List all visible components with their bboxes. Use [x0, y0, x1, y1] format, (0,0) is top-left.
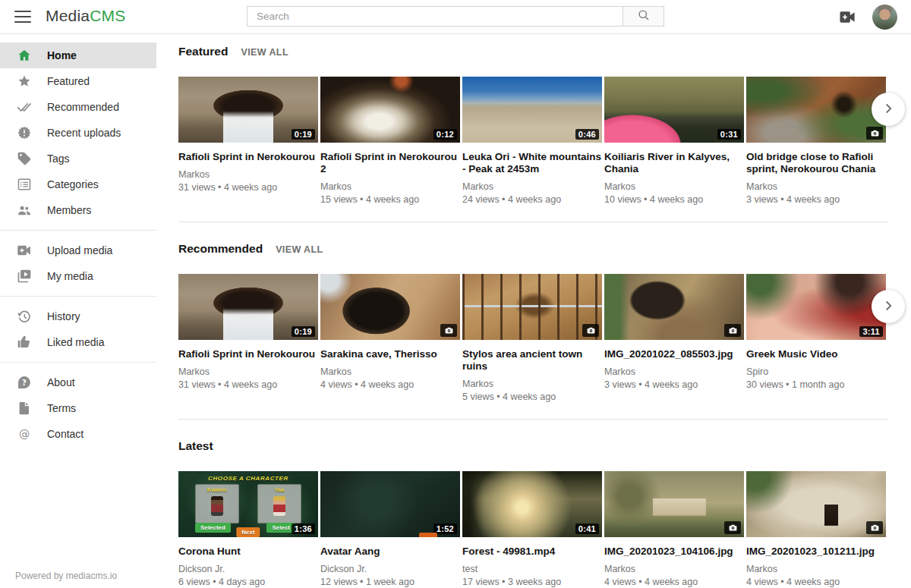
media-thumbnail[interactable]: 0:41 [462, 471, 602, 537]
media-card[interactable]: IMG_20201023_101211.jpgMarkos4 views • 4… [746, 471, 886, 587]
media-title[interactable]: Leuka Ori - White mountains - Peak at 24… [462, 151, 602, 175]
media-card[interactable]: 0:46Leuka Ori - White mountains - Peak a… [462, 77, 602, 205]
media-title[interactable]: Koiliaris River in Kalyves, Chania [604, 151, 744, 175]
media-author[interactable]: Markos [746, 564, 886, 574]
media-title[interactable]: Rafioli Sprint in Nerokourou [178, 151, 318, 163]
media-meta: 3 views • 4 weeks ago [604, 379, 744, 390]
media-thumbnail[interactable] [604, 471, 744, 537]
media-title[interactable]: Corona Hunt [178, 546, 318, 558]
sidebar-divider [0, 362, 156, 363]
media-author[interactable]: Markos [320, 366, 460, 377]
view-all-link[interactable]: VIEW ALL [241, 47, 288, 58]
sidebar-item-upload-media[interactable]: Upload media [0, 237, 156, 263]
history-icon [17, 309, 32, 324]
media-title[interactable]: IMG_20201023_101211.jpg [746, 546, 886, 558]
media-thumbnail[interactable]: CHOOSE A CHARACTERKwameYaaSelectedNextSe… [178, 471, 318, 537]
sidebar-item-featured[interactable]: Featured [0, 68, 156, 94]
menu-icon[interactable] [14, 10, 31, 24]
search-input[interactable] [247, 6, 623, 27]
media-author[interactable]: Spiro [746, 366, 886, 377]
media-thumbnail[interactable]: 3:11 [746, 274, 886, 340]
search-button[interactable] [623, 6, 664, 27]
media-author[interactable]: Markos [178, 169, 318, 180]
sidebar-item-about[interactable]: ?About [0, 369, 156, 395]
media-thumbnail[interactable]: 0:12 [320, 77, 460, 143]
sidebar-item-liked-media[interactable]: Liked media [0, 329, 156, 355]
media-title[interactable]: IMG_20201023_104106.jpg [604, 546, 744, 558]
sidebar-item-my-media[interactable]: My media [0, 263, 156, 289]
media-thumbnail[interactable] [320, 274, 460, 340]
media-author[interactable]: Markos [604, 564, 744, 574]
chevron-right-icon [880, 297, 897, 316]
cards-row: CHOOSE A CHARACTERKwameYaaSelectedNextSe… [178, 471, 888, 587]
upload-media-icon[interactable] [839, 9, 856, 25]
media-card[interactable]: 1:52Avatar AangDickson Jr.12 views • 1 w… [320, 471, 460, 587]
cards-row: 0:19Rafioli Sprint in NerokourouMarkos31… [178, 77, 888, 205]
sidebar-item-label: Terms [47, 402, 76, 414]
sidebar-item-tags[interactable]: Tags [0, 146, 156, 171]
media-title[interactable]: Rafioli Sprint in Nerokourou 2 [320, 151, 460, 175]
media-title[interactable]: Forest - 49981.mp4 [462, 546, 602, 558]
sidebar-item-history[interactable]: History [0, 303, 156, 329]
list-icon [17, 177, 32, 192]
media-author[interactable]: Dickson Jr. [320, 564, 460, 574]
media-card[interactable]: 0:41Forest - 49981.mp4test17 views • 3 w… [462, 471, 602, 587]
user-avatar[interactable] [872, 5, 897, 30]
sidebar-item-categories[interactable]: Categories [0, 171, 156, 197]
sidebar-item-recent-uploads[interactable]: Recent uploads [0, 120, 156, 146]
media-card[interactable]: 0:19Rafioli Sprint in NerokourouMarkos31… [178, 77, 318, 205]
media-thumbnail[interactable]: 0:46 [462, 77, 602, 143]
media-thumbnail[interactable] [746, 77, 886, 143]
sidebar-item-terms[interactable]: Terms [0, 395, 156, 421]
media-card[interactable]: 0:19Rafioli Sprint in NerokourouMarkos31… [178, 274, 318, 402]
media-author[interactable]: Dickson Jr. [178, 564, 318, 574]
sidebar-divider [0, 230, 156, 231]
media-author[interactable]: Markos [604, 181, 744, 192]
carousel-next-button[interactable] [872, 290, 905, 323]
media-author[interactable]: Markos [178, 366, 318, 377]
app-logo[interactable]: MediaCMS [46, 7, 125, 25]
media-thumbnail[interactable] [462, 274, 602, 340]
media-card[interactable]: Old bridge close to Rafioli sprint, Nero… [746, 77, 886, 205]
media-title[interactable]: IMG_20201022_085503.jpg [604, 348, 744, 360]
sidebar-item-recommended[interactable]: Recommended [0, 94, 156, 120]
media-author[interactable]: Markos [462, 379, 602, 389]
media-meta: 10 views • 4 weeks ago [604, 194, 744, 205]
sidebar-item-label: Recent uploads [47, 127, 121, 139]
at-sign-icon: @ [17, 426, 32, 442]
media-card[interactable]: CHOOSE A CHARACTERKwameYaaSelectedNextSe… [178, 471, 318, 587]
media-author[interactable]: Markos [320, 181, 460, 192]
media-title[interactable]: Greek Music Video [746, 348, 886, 360]
media-meta: 4 views • 4 weeks ago [746, 577, 886, 587]
media-thumbnail[interactable] [746, 471, 886, 537]
media-card[interactable]: IMG_20201023_104106.jpgMarkos4 views • 4… [604, 471, 744, 587]
media-title[interactable]: Rafioli Sprint in Nerokourou [178, 348, 318, 360]
media-title[interactable]: Stylos area ancient town ruins [462, 348, 602, 373]
section-latest: LatestCHOOSE A CHARACTERKwameYaaSelected… [178, 439, 888, 587]
media-thumbnail[interactable]: 0:19 [178, 77, 318, 143]
sidebar-item-home[interactable]: Home [0, 42, 156, 68]
search-icon [636, 8, 651, 26]
media-author[interactable]: Markos [746, 181, 886, 192]
media-title[interactable]: Old bridge close to Rafioli sprint, Nero… [746, 151, 886, 175]
media-card[interactable]: Stylos area ancient town ruinsMarkos5 vi… [462, 274, 602, 402]
carousel-next-button[interactable] [872, 93, 905, 126]
media-card[interactable]: 0:12Rafioli Sprint in Nerokourou 2Markos… [320, 77, 460, 205]
media-thumbnail[interactable] [604, 274, 744, 340]
media-thumbnail[interactable]: 1:52 [320, 471, 460, 537]
sidebar-item-members[interactable]: Members [0, 197, 156, 223]
media-card[interactable]: IMG_20201022_085503.jpgMarkos3 views • 4… [604, 274, 744, 402]
media-author[interactable]: Markos [604, 366, 744, 377]
media-title[interactable]: Avatar Aang [320, 546, 460, 558]
media-author[interactable]: Markos [462, 181, 602, 192]
media-title[interactable]: Sarakina cave, Therisso [320, 348, 460, 360]
media-thumbnail[interactable]: 0:31 [604, 77, 744, 143]
media-card[interactable]: 0:31Koiliaris River in Kalyves, ChaniaMa… [604, 77, 744, 205]
media-author[interactable]: test [462, 564, 602, 574]
media-card[interactable]: Sarakina cave, TherissoMarkos4 views • 4… [320, 274, 460, 402]
view-all-link[interactable]: VIEW ALL [276, 244, 323, 255]
media-card[interactable]: 3:11Greek Music VideoSpiro30 views • 1 m… [746, 274, 886, 402]
sidebar-item-contact[interactable]: @Contact [0, 421, 156, 447]
game-character-panel: Yaa [257, 484, 301, 524]
media-thumbnail[interactable]: 0:19 [178, 274, 318, 340]
